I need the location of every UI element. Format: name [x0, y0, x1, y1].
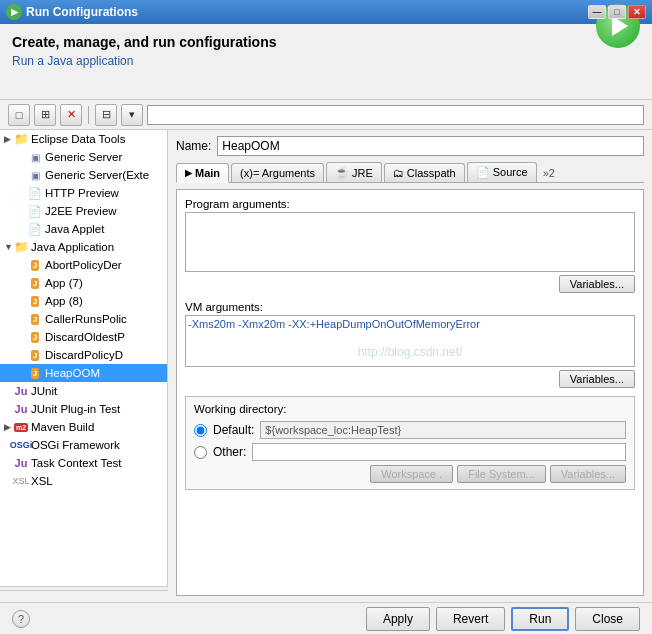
- tree-item[interactable]: JDiscardOldestP: [0, 328, 167, 346]
- tree-item[interactable]: 📄HTTP Preview: [0, 184, 167, 202]
- default-label: Default:: [213, 423, 254, 437]
- tab-main[interactable]: ▶ Main: [176, 163, 229, 183]
- dir-variables-button[interactable]: Variables...: [550, 465, 626, 483]
- tree-item[interactable]: 📄J2EE Preview: [0, 202, 167, 220]
- tree-item-label: JUnit Plug-in Test: [31, 403, 120, 415]
- workspace-button[interactable]: Workspace .: [370, 465, 453, 483]
- tree-item-icon: Ju: [14, 402, 28, 416]
- program-args-variables-row: Variables...: [185, 275, 635, 293]
- tree-item-icon: 📄: [28, 204, 42, 218]
- default-dir-input[interactable]: [260, 421, 626, 439]
- tree-item-label: DiscardPolicyD: [45, 349, 123, 361]
- tab-classpath[interactable]: 🗂 Classpath: [384, 163, 465, 182]
- tree-item[interactable]: ▼📁Java Application: [0, 238, 167, 256]
- tree-item[interactable]: JuJUnit: [0, 382, 167, 400]
- tree-item-icon: J: [28, 294, 42, 308]
- close-window-button[interactable]: ✕: [628, 5, 646, 19]
- tree-item[interactable]: 📄Java Applet: [0, 220, 167, 238]
- tree-item-label: Eclipse Data Tools: [31, 133, 125, 145]
- tree-item[interactable]: OSGiOSGi Framework: [0, 436, 167, 454]
- arguments-tab-label: (x)= Arguments: [240, 167, 315, 179]
- tree-item-label: Java Application: [31, 241, 114, 253]
- main-tab-label: Main: [195, 167, 220, 179]
- expand-button[interactable]: ▾: [121, 104, 143, 126]
- main-tab-icon: ▶: [185, 168, 192, 178]
- revert-button[interactable]: Revert: [436, 607, 505, 631]
- tree-item[interactable]: JAbortPolicyDer: [0, 256, 167, 274]
- vm-args-label: VM arguments:: [185, 301, 635, 313]
- default-radio[interactable]: [194, 424, 207, 437]
- name-input[interactable]: [217, 136, 644, 156]
- tree-item[interactable]: JApp (7): [0, 274, 167, 292]
- tree-item-label: Generic Server(Exte: [45, 169, 149, 181]
- tree-item[interactable]: JHeapOOM: [0, 364, 167, 382]
- minimize-button[interactable]: —: [588, 5, 606, 19]
- tree-item-icon: Ju: [14, 384, 28, 398]
- tab-source[interactable]: 📄 Source: [467, 162, 537, 182]
- working-dir-label: Working directory:: [194, 403, 626, 415]
- tree-item-label: Java Applet: [45, 223, 104, 235]
- tree-item-icon: ▣: [28, 150, 42, 164]
- help-button[interactable]: ?: [12, 610, 30, 628]
- tree-items: ▶📁Eclipse Data Tools▣Generic Server▣Gene…: [0, 130, 167, 490]
- tree-item[interactable]: ▣Generic Server(Exte: [0, 166, 167, 184]
- name-label: Name:: [176, 139, 211, 153]
- tree-item[interactable]: ▶m2Maven Build: [0, 418, 167, 436]
- tree-item-icon: J: [28, 366, 42, 380]
- delete-config-button[interactable]: ✕: [60, 104, 82, 126]
- tree-item-icon: XSL: [14, 474, 28, 488]
- tree-item[interactable]: JApp (8): [0, 292, 167, 310]
- title-bar: ▶ Run Configurations — □ ✕: [0, 0, 652, 24]
- tree-item-label: JUnit: [31, 385, 57, 397]
- tree-item[interactable]: JuTask Context Test: [0, 454, 167, 472]
- bottom-right: Apply Revert Run Close: [366, 607, 640, 631]
- file-system-button[interactable]: File System...: [457, 465, 546, 483]
- tree-item-icon: 📄: [28, 186, 42, 200]
- page-subtitle[interactable]: Run a Java application: [12, 54, 640, 68]
- name-row: Name:: [176, 136, 644, 156]
- tree-item-icon: J: [28, 276, 42, 290]
- tree-item[interactable]: JCallerRunsPolic: [0, 310, 167, 328]
- tree-item[interactable]: JuJUnit Plug-in Test: [0, 400, 167, 418]
- tab-content: Program arguments: Variables... VM argum…: [176, 189, 644, 596]
- other-radio[interactable]: [194, 446, 207, 459]
- tree-item-icon: 📁: [14, 240, 28, 254]
- window-controls: — □ ✕: [588, 5, 646, 19]
- bottom-left: ?: [12, 610, 30, 628]
- vm-args-variables-button[interactable]: Variables...: [559, 370, 635, 388]
- program-args-input[interactable]: [185, 212, 635, 272]
- new-config-button[interactable]: □: [8, 104, 30, 126]
- tree-item-icon: 📁: [14, 132, 28, 146]
- apply-button[interactable]: Apply: [366, 607, 430, 631]
- config-tree: ▶📁Eclipse Data Tools▣Generic Server▣Gene…: [0, 130, 168, 602]
- tree-item[interactable]: ▣Generic Server: [0, 148, 167, 166]
- tab-arguments[interactable]: (x)= Arguments: [231, 163, 324, 182]
- window-title: Run Configurations: [26, 5, 138, 19]
- duplicate-config-button[interactable]: ⊞: [34, 104, 56, 126]
- search-input[interactable]: [147, 105, 644, 125]
- tree-item-label: OSGi Framework: [31, 439, 120, 451]
- program-args-variables-button[interactable]: Variables...: [559, 275, 635, 293]
- app-icon: ▶: [6, 4, 22, 20]
- tree-item[interactable]: ▶📁Eclipse Data Tools: [0, 130, 167, 148]
- tree-item-label: DiscardOldestP: [45, 331, 125, 343]
- collapse-button[interactable]: ⊟: [95, 104, 117, 126]
- tree-item-label: Maven Build: [31, 421, 94, 433]
- jre-tab-label: JRE: [352, 167, 373, 179]
- tree-item-label: AbortPolicyDer: [45, 259, 122, 271]
- vm-args-input[interactable]: -Xms20m -Xmx20m -XX:+HeapDumpOnOutOfMemo…: [185, 315, 635, 367]
- tree-item[interactable]: JDiscardPolicyD: [0, 346, 167, 364]
- tree-arrow: ▶: [4, 422, 14, 432]
- more-tabs-button[interactable]: »2: [539, 164, 559, 182]
- config-detail-panel: Name: ▶ Main (x)= Arguments ☕ JRE 🗂 Clas…: [168, 130, 652, 602]
- vm-args-variables-row: Variables...: [185, 370, 635, 388]
- tab-jre[interactable]: ☕ JRE: [326, 162, 382, 182]
- close-button[interactable]: Close: [575, 607, 640, 631]
- maximize-button[interactable]: □: [608, 5, 626, 19]
- other-dir-input[interactable]: [252, 443, 626, 461]
- program-args-label: Program arguments:: [185, 198, 635, 210]
- toolbar-separator: [88, 106, 89, 124]
- run-button[interactable]: Run: [511, 607, 569, 631]
- tree-item[interactable]: XSLXSL: [0, 472, 167, 490]
- tree-item-icon: J: [28, 258, 42, 272]
